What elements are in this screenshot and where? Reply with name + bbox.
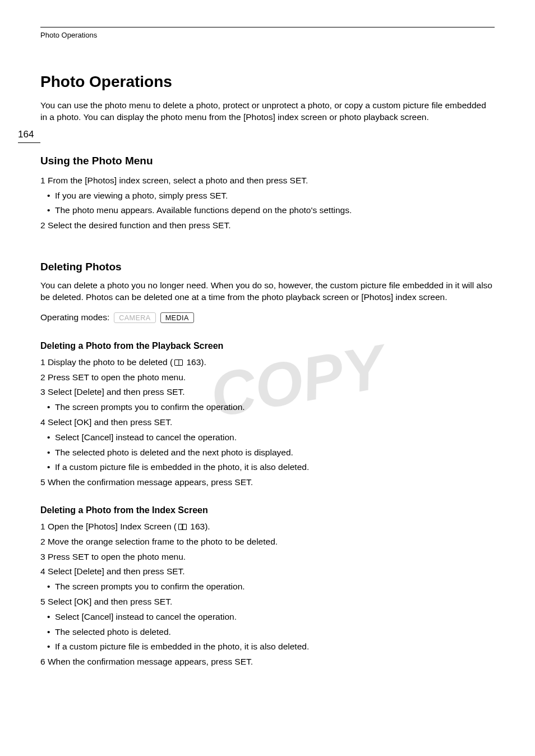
step: 5 Select [OK] and then press SET. bbox=[40, 595, 495, 609]
step-text: 1 Display the photo to be deleted ( bbox=[40, 357, 173, 367]
page-number: 164 bbox=[18, 129, 40, 143]
top-rule bbox=[40, 27, 495, 27]
bullet: The selected photo is deleted and the ne… bbox=[40, 446, 495, 460]
bullet: If a custom picture file is embedded in … bbox=[40, 460, 495, 474]
operating-modes-row: Operating modes: CAMERA MEDIA bbox=[40, 312, 495, 323]
operating-modes-label: Operating modes: bbox=[40, 312, 109, 322]
chapter-header: Photo Operations bbox=[40, 31, 495, 39]
step: 4 Select [OK] and then press SET. bbox=[40, 416, 495, 430]
bullet: If a custom picture file is embedded in … bbox=[40, 640, 495, 654]
step-text: 163). bbox=[184, 357, 206, 367]
bullet: If you are viewing a photo, simply press… bbox=[40, 189, 495, 203]
bullet: The selected photo is deleted. bbox=[40, 625, 495, 639]
step-text: 163). bbox=[188, 522, 210, 531]
step: 3 Press SET to open the photo menu. bbox=[40, 550, 495, 564]
step: 2 Press SET to open the photo menu. bbox=[40, 371, 495, 385]
step: 4 Select [Delete] and then press SET. bbox=[40, 565, 495, 579]
step: 1 From the [Photos] index screen, select… bbox=[40, 174, 495, 188]
heading-delete-index: Deleting a Photo from the Index Screen bbox=[40, 505, 495, 515]
step: 2 Move the orange selection frame to the… bbox=[40, 535, 495, 549]
page-title: Photo Operations bbox=[40, 73, 495, 91]
heading-using-photo-menu: Using the Photo Menu bbox=[40, 155, 495, 167]
mode-chip-camera: CAMERA bbox=[114, 312, 155, 323]
heading-deleting-photos: Deleting Photos bbox=[40, 261, 495, 273]
manual-ref-icon bbox=[178, 524, 187, 530]
manual-ref-icon bbox=[174, 359, 183, 366]
heading-delete-playback: Deleting a Photo from the Playback Scree… bbox=[40, 341, 495, 351]
intro-paragraph: You can use the photo menu to delete a p… bbox=[40, 100, 495, 123]
step: 2 Select the desired function and then p… bbox=[40, 219, 495, 233]
bullet: Select [Cancel] instead to cancel the op… bbox=[40, 431, 495, 445]
step: 6 When the confirmation message appears,… bbox=[40, 655, 495, 669]
step: 1 Open the [Photos] Index Screen ( 163). bbox=[40, 520, 495, 534]
step: 3 Select [Delete] and then press SET. bbox=[40, 385, 495, 399]
bullet: The screen prompts you to confirm the op… bbox=[40, 400, 495, 414]
mode-chip-media: MEDIA bbox=[160, 312, 194, 323]
step: 5 When the confirmation message appears,… bbox=[40, 476, 495, 490]
bullet: The photo menu appears. Available functi… bbox=[40, 204, 495, 218]
step-text: 1 Open the [Photos] Index Screen ( bbox=[40, 522, 177, 531]
bullet: Select [Cancel] instead to cancel the op… bbox=[40, 610, 495, 624]
bullet: The screen prompts you to confirm the op… bbox=[40, 580, 495, 594]
deleting-intro: You can delete a photo you no longer nee… bbox=[40, 280, 495, 303]
step: 1 Display the photo to be deleted ( 163)… bbox=[40, 356, 495, 370]
